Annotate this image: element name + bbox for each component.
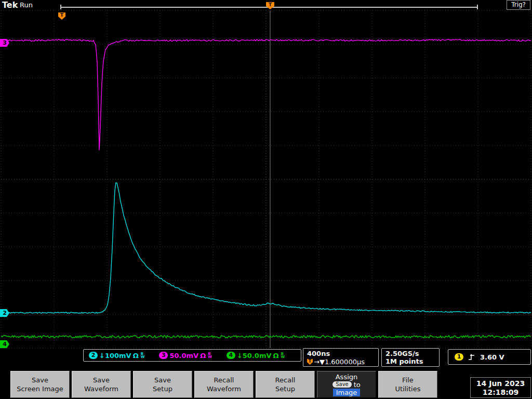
button-label: Save <box>154 376 171 384</box>
ch2-readout[interactable]: 2 ↓100mV Ω BW <box>89 352 144 360</box>
ch3-readout[interactable]: 3 50.0mV Ω BW <box>159 352 211 360</box>
bottom-menu: Save Screen Image Save Waveform Save Set… <box>0 369 532 399</box>
button-label: File <box>402 376 414 384</box>
button-label: Setup <box>153 384 172 393</box>
time: 12:18:09 <box>483 388 519 396</box>
acquisition-readout[interactable]: 2.50GS/s 1M points <box>381 348 440 367</box>
record-view-right-bracket <box>477 5 478 9</box>
button-label: Screen Image <box>17 384 63 393</box>
ch4-bandwidth-limit-indicator: BW <box>281 352 285 358</box>
oscilloscope-screen: Tek Run T Trig? T 3 2 4 2 ↓100mV Ω BW 3 … <box>0 0 532 399</box>
ch3-bandwidth-limit-indicator: BW <box>208 352 212 358</box>
ch3-badge: 3 <box>159 352 168 359</box>
rising-edge-icon <box>468 353 475 361</box>
trigger-position-icon: T <box>307 359 313 365</box>
sample-rate: 2.50GS/s <box>385 350 435 357</box>
button-label: Save <box>93 376 110 384</box>
datetime-display: 14 Jun 2023 12:18:09 <box>470 377 531 398</box>
ch3-coupling: Ω <box>200 352 206 360</box>
trigger-source-badge: 1 <box>455 353 463 361</box>
button-label: Recall <box>275 376 296 384</box>
record-view-left-bracket <box>60 5 61 9</box>
ch2-badge: 2 <box>89 352 98 359</box>
trigger-status-indicator: Trig? <box>507 0 530 10</box>
trigger-readout[interactable]: 1 3.60 V <box>448 349 531 365</box>
acquisition-status: Run <box>20 1 33 9</box>
assign-save-button[interactable]: Assign Save to Image <box>317 371 376 398</box>
readout-bar: 2 ↓100mV Ω BW 3 50.0mV Ω BW 4 ↓50.0mV Ω … <box>0 348 532 368</box>
save-setup-button[interactable]: Save Setup <box>133 371 192 398</box>
ch2-bandwidth-limit-indicator: BW <box>141 352 145 358</box>
button-label: Recall <box>214 376 234 384</box>
ch4-scale: ↓50.0mV <box>237 352 272 360</box>
delay-value: →▼1.600000µs <box>314 358 365 366</box>
record-length: 1M points <box>385 357 435 365</box>
timebase-scale: 400ns <box>307 350 375 357</box>
button-label: Save <box>32 376 48 384</box>
assign-target: Image <box>333 389 361 396</box>
horizontal-readout[interactable]: 400ns T →▼1.600000µs <box>303 348 379 367</box>
ch4-badge: 4 <box>227 352 235 359</box>
delay-readout: T →▼1.600000µs <box>307 358 375 366</box>
recall-setup-button[interactable]: Recall Setup <box>256 371 315 398</box>
button-label: Waveform <box>84 384 118 393</box>
save-waveform-button[interactable]: Save Waveform <box>72 371 131 398</box>
channel-readouts[interactable]: 2 ↓100mV Ω BW 3 50.0mV Ω BW 4 ↓50.0mV Ω … <box>83 349 301 362</box>
waveform-display <box>0 0 532 349</box>
file-utilities-button[interactable]: File Utilities <box>378 371 437 398</box>
button-label: Utilities <box>395 384 421 393</box>
assign-line2: Save to <box>332 381 361 389</box>
ch2-scale: ↓100mV <box>99 352 131 360</box>
recall-waveform-button[interactable]: Recall Waveform <box>194 371 254 398</box>
ch4-readout[interactable]: 4 ↓50.0mV Ω BW <box>227 352 285 360</box>
assign-line1: Assign <box>336 373 358 381</box>
button-label: Setup <box>275 384 295 393</box>
button-label: Waveform <box>207 384 241 393</box>
save-screen-image-button[interactable]: Save Screen Image <box>10 371 70 398</box>
assign-to-text: to <box>354 381 361 389</box>
save-pill: Save <box>332 381 352 388</box>
ch3-scale: 50.0mV <box>169 352 198 360</box>
trigger-level: 3.60 V <box>480 353 504 361</box>
tek-logo: Tek <box>2 0 18 10</box>
ch2-coupling: Ω <box>133 352 139 360</box>
date: 14 Jun 2023 <box>476 379 525 388</box>
ch4-coupling: Ω <box>273 352 279 360</box>
